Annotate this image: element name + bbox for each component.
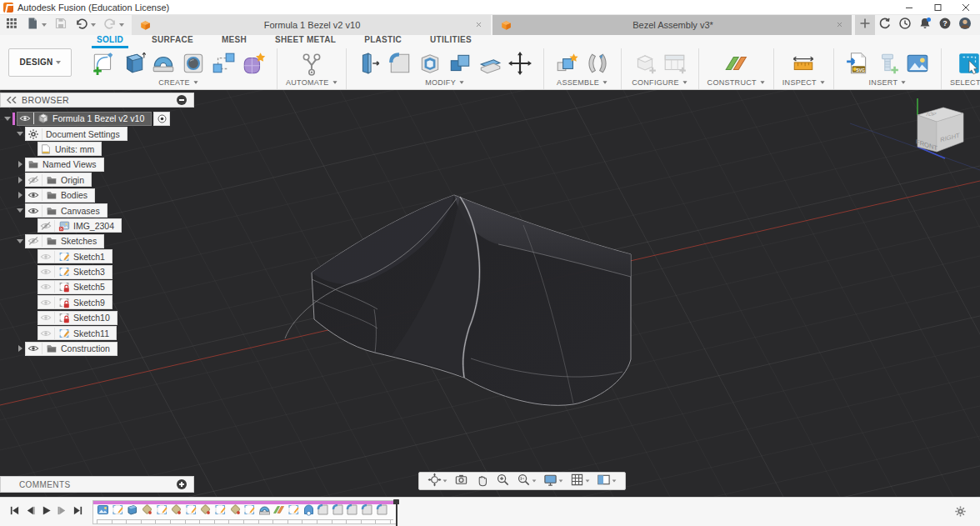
save-button[interactable]	[54, 17, 68, 33]
timeline-feature-fillet[interactable]	[331, 503, 346, 519]
fillet-icon[interactable]	[388, 51, 412, 76]
browser-node[interactable]: Units: mm	[38, 142, 102, 156]
browser-row-bodies[interactable]: Bodies	[0, 188, 200, 203]
timeline-feature-fillet[interactable]	[345, 503, 360, 519]
timeline-feature-patch[interactable]	[140, 503, 155, 519]
browser-node[interactable]: Sketches	[25, 234, 104, 248]
browser-row-construction[interactable]: Construction	[0, 341, 200, 356]
visibility-eye-dim-icon[interactable]	[40, 297, 55, 308]
browser-row-sketch9[interactable]: Sketch9	[0, 295, 200, 310]
timeline-position-marker[interactable]	[393, 499, 399, 526]
new-component-icon[interactable]	[555, 51, 580, 76]
pan-button[interactable]	[472, 473, 492, 490]
ribbon-group-label[interactable]: CREATE	[158, 78, 198, 87]
model-body[interactable]	[285, 195, 631, 405]
press-pull-icon[interactable]	[358, 51, 382, 76]
split-body-icon[interactable]	[478, 51, 502, 76]
browser-node[interactable]: IMG_2304	[38, 218, 122, 233]
timeline-feature-sketch[interactable]	[287, 503, 302, 519]
ribbon-tab-solid[interactable]: SOLID	[92, 34, 128, 48]
browser-node[interactable]: Construction	[25, 342, 118, 356]
viewport[interactable]: TOP FRONT RIGHT BROWSER Formula 1 Bezel …	[0, 90, 980, 497]
ribbon-group-label[interactable]: INSERT	[869, 78, 907, 87]
browser-node[interactable]: Origin	[25, 173, 92, 187]
browser-row-canvases[interactable]: Canvases	[0, 203, 200, 218]
ribbon-tab-mesh[interactable]: MESH	[217, 34, 252, 48]
display-settings-button[interactable]	[540, 473, 567, 490]
viewcube[interactable]: TOP FRONT RIGHT	[895, 97, 972, 168]
ribbon-tab-plastic[interactable]: PLASTIC	[359, 34, 407, 48]
timeline-feature-extrude[interactable]	[125, 503, 140, 519]
visibility-eye-off-icon[interactable]	[40, 220, 55, 232]
browser-row-sketch10[interactable]: Sketch10	[0, 310, 200, 325]
rectangular-pattern-icon[interactable]	[211, 51, 236, 76]
close-tab-icon[interactable]	[475, 20, 482, 30]
extrude-icon[interactable]	[121, 51, 146, 76]
timeline-feature-sketch[interactable]	[242, 503, 258, 519]
job-status-button[interactable]	[875, 15, 895, 35]
timeline-feature-patch[interactable]	[198, 503, 213, 519]
browser-node[interactable]: Sketch11	[38, 326, 117, 340]
create-sketch-icon[interactable]	[91, 51, 116, 76]
ribbon-group-label[interactable]: AUTOMATE	[286, 78, 338, 87]
configuration-icon[interactable]	[632, 51, 658, 76]
browser-node[interactable]: Document Settings	[25, 127, 128, 141]
collapse-panel-icon[interactable]	[7, 97, 17, 103]
skip-start-button[interactable]	[7, 504, 22, 519]
measure-icon[interactable]	[791, 51, 816, 76]
ribbon-group-label[interactable]: ASSEMBLE	[557, 78, 608, 87]
browser-row-sketch3[interactable]: Sketch3	[0, 264, 200, 279]
timeline-feature-plane[interactable]	[272, 503, 287, 519]
visibility-eye-icon[interactable]	[28, 205, 42, 217]
insert-svg-icon[interactable]: SVG	[845, 51, 870, 76]
browser-node[interactable]: Sketch1	[38, 249, 112, 263]
insert-canvas-icon[interactable]	[905, 51, 930, 76]
browser-node[interactable]: Sketch5	[38, 280, 112, 294]
joint-icon[interactable]	[585, 51, 610, 76]
revolve-icon[interactable]	[151, 51, 176, 76]
tree-expander[interactable]	[16, 208, 24, 213]
visibility-eye-icon[interactable]	[28, 343, 42, 354]
visibility-eye-off-icon[interactable]	[28, 174, 42, 186]
timeline-feature-fillet[interactable]	[374, 503, 389, 519]
browser-node[interactable]: Sketch9	[38, 295, 112, 309]
shell-icon[interactable]	[418, 51, 442, 76]
timeline-feature-sketch[interactable]	[111, 503, 126, 519]
ribbon-tab-surface[interactable]: SURFACE	[147, 34, 198, 48]
close-tab-icon[interactable]	[836, 20, 843, 30]
browser-row-img-2304[interactable]: IMG_2304	[0, 218, 200, 233]
timeline-feature-canvas[interactable]	[96, 503, 111, 519]
timeline-feature-fillet[interactable]	[360, 503, 375, 519]
visibility-eye-icon[interactable]	[28, 189, 42, 201]
notifications-button[interactable]	[915, 15, 935, 35]
browser-row-document-settings[interactable]: Document Settings	[0, 126, 200, 141]
ribbon-tab-utilities[interactable]: UTILITIES	[425, 34, 477, 48]
timeline-feature-sketch[interactable]	[213, 503, 228, 519]
timeline-feature-sketch[interactable]	[184, 503, 199, 519]
create-form-icon[interactable]	[241, 51, 266, 76]
timeline-feature-boundary[interactable]	[301, 503, 316, 519]
workspace-selector-button[interactable]: DESIGN	[8, 48, 72, 77]
file-new-button[interactable]	[26, 17, 47, 33]
gear-icon[interactable]	[28, 128, 42, 140]
maximize-button[interactable]	[923, 0, 952, 15]
app-launcher-button[interactable]	[5, 17, 18, 33]
play-button[interactable]	[38, 504, 54, 519]
tree-expander[interactable]	[16, 177, 24, 183]
activate-component-radio[interactable]	[153, 112, 170, 126]
minimize-button[interactable]	[895, 0, 923, 15]
combine-icon[interactable]	[448, 51, 472, 76]
visibility-eye-dim-icon[interactable]	[40, 251, 55, 263]
browser-row-sketches[interactable]: Sketches	[0, 233, 200, 248]
document-tab[interactable]: Formula 1 Bezel v2 v10	[132, 15, 491, 35]
ribbon-tab-sheet-metal[interactable]: SHEET METAL	[270, 34, 341, 48]
ribbon-group-label[interactable]: CONSTRUCT	[708, 78, 765, 87]
close-button[interactable]	[952, 0, 980, 15]
browser-node[interactable]: Canvases	[25, 203, 108, 218]
redo-button[interactable]	[103, 17, 124, 33]
browser-row-origin[interactable]: Origin	[0, 173, 200, 188]
visibility-eye-dim-icon[interactable]	[40, 312, 55, 323]
tree-expander[interactable]	[16, 192, 24, 198]
browser-row-named-views[interactable]: Named Views	[0, 157, 200, 172]
visibility-eye-dim-icon[interactable]	[40, 266, 55, 278]
